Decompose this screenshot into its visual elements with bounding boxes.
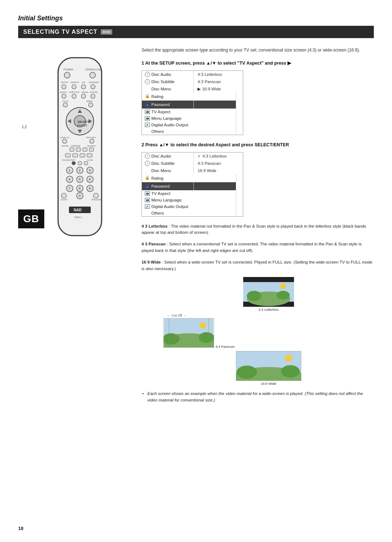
menu-item-disc-menu: Disc Menu <box>151 87 171 91</box>
svg-point-85 <box>247 291 261 301</box>
menu-item-disc-subtitle: Disc Subtitle <box>151 80 175 84</box>
svg-point-36 <box>90 139 94 143</box>
speaker-icon-1: 🔊 <box>145 123 150 127</box>
left-column: 1,2 POWER OPEN/CLOSE SETUP REPEAT A-B RA… <box>18 47 131 250</box>
svg-point-35 <box>62 139 67 143</box>
tv-icon-2: 📺 <box>145 116 150 121</box>
img-block-letterbox: 4:3 Letterbox <box>163 277 374 311</box>
img-label-wide: 16:9 Wide <box>261 382 277 386</box>
svg-point-9 <box>62 85 66 89</box>
svg-rect-44 <box>65 154 70 157</box>
menu-item-password: Password <box>151 102 170 107</box>
svg-text:ZOOM: ZOOM <box>62 145 68 147</box>
svg-text:A-B: A-B <box>82 81 85 83</box>
table-row: 🔊 Digital Audio Output <box>142 122 243 128</box>
svg-text:7: 7 <box>69 187 70 190</box>
svg-rect-45 <box>73 154 78 157</box>
letterbox-image <box>243 277 294 307</box>
menu-option-panscan-1: 4:3 Panscan <box>197 80 221 84</box>
svg-text:MENU: MENU <box>86 100 93 102</box>
svg-text:SETUP: SETUP <box>61 81 68 83</box>
header-bar: SELECTING TV ASPECT DVD <box>18 26 374 38</box>
svg-point-24 <box>89 103 93 107</box>
menu-table-2: ○ Disc Audio ✓ 4:3 Letterbox ○ Disc Subt… <box>142 152 243 217</box>
desc-panscan-label: 4 3 Panscan <box>142 242 166 246</box>
desc-wide: 16 9 Wide : Select when a wide-screen TV… <box>142 259 374 272</box>
desc-panscan: 4 3 Panscan : Select when a conventional… <box>142 241 374 254</box>
menu-item-disc-subtitle-2: Disc Subtitle <box>151 161 175 166</box>
svg-text:SEARCH: SEARCH <box>87 145 96 147</box>
tv-icon-3: 📺 <box>145 191 150 196</box>
header-title: SELECTING TV ASPECT <box>23 29 97 35</box>
page-container: Initial Settings SELECTING TV ASPECT DVD… <box>0 0 392 542</box>
svg-text:SOUND: SOUND <box>90 91 98 93</box>
svg-point-19 <box>81 94 86 98</box>
table-row-highlight: 🔒 Password <box>142 101 243 109</box>
cut-off-label: Cut Off <box>172 314 182 317</box>
svg-point-87 <box>280 283 286 289</box>
svg-text:ANGLE: ANGLE <box>81 91 89 93</box>
menu-item-menu-language-2: Menu Language <box>151 198 181 202</box>
lock-icon-2: 🔒 <box>145 102 150 107</box>
menu-item-disc-audio-2: Disc Audio <box>151 154 171 158</box>
svg-text:ENTER: ENTER <box>77 124 87 127</box>
svg-rect-51 <box>78 162 82 165</box>
desc-letterbox-text: : The video material not formatted in th… <box>142 224 366 235</box>
table-row: ○ Disc Audio ✓ 4:3 Letterbox <box>142 152 243 160</box>
img-block-wide: 16:9 Wide <box>163 351 374 386</box>
lock-icon-1: 🔒 <box>145 94 150 99</box>
svg-point-97 <box>237 366 257 379</box>
svg-text:SUBTITLE: SUBTITLE <box>69 91 79 93</box>
bullet-note-container: Each screen shows an example when the vi… <box>142 391 374 403</box>
lock-icon-3: 🔒 <box>145 175 150 181</box>
menu-option-letterbox-1: 4:3 Letterbox <box>197 72 222 77</box>
disc-subtitle-icon: ○ <box>145 79 150 84</box>
img-label-letterbox: 4:3 Letterbox <box>258 307 278 311</box>
wide-image <box>236 351 301 381</box>
table-row: 🔊 Digital Audio Output <box>142 203 243 210</box>
svg-point-11 <box>81 85 86 89</box>
tv-icon-4: 📺 <box>145 198 150 202</box>
disc-subtitle-icon-2: ○ <box>145 161 150 166</box>
svg-text:9: 9 <box>89 187 91 190</box>
svg-text:6: 6 <box>89 178 91 181</box>
svg-rect-41 <box>76 148 81 151</box>
svg-text:PAUSE/STEP: PAUSE/STEP <box>62 159 75 161</box>
table-row: Others <box>142 210 243 216</box>
table-row: Disc Menu 16:9 Wide <box>142 167 243 174</box>
svg-text:AUDIO: AUDIO <box>60 91 67 93</box>
svg-rect-43 <box>89 148 94 151</box>
menu-item-digital-audio-2: Digital Audio Output <box>151 204 188 209</box>
menu-option-letterbox-2: ✓ 4:3 Letterbox <box>197 154 226 158</box>
svg-text:5: 5 <box>79 178 81 181</box>
svg-text:PROGRAM: PROGRAM <box>91 199 102 201</box>
table-row: 📺 Menu Language <box>142 115 243 122</box>
step1-heading: 1 At the SETUP screen, press ▲/▼ to sele… <box>142 60 374 67</box>
svg-point-23 <box>63 103 68 107</box>
menu-item-tv-aspect: TV Aspect <box>151 110 170 114</box>
table-row: Disc Menu ▶ 16:9 Wide <box>142 85 243 93</box>
menu-item-rating-2: Rating <box>151 176 163 180</box>
svg-rect-42 <box>83 148 87 151</box>
lock-icon-4: 🔒 <box>145 183 150 189</box>
img-label-panscan: 4:3 Panscan <box>216 345 235 349</box>
desc-wide-label: 16 9 Wide <box>142 260 161 264</box>
svg-text:NAD: NAD <box>74 208 82 212</box>
svg-text:CLEAR: CLEAR <box>61 199 67 201</box>
svg-text:SELECT: SELECT <box>78 120 89 123</box>
intro-text: Select the appropriate screen type accor… <box>142 47 374 53</box>
svg-text:TITLE: TITLE <box>62 100 68 102</box>
svg-point-75 <box>93 193 98 198</box>
svg-rect-40 <box>70 148 74 151</box>
disc-menu-icon-2 <box>145 168 150 173</box>
table-row: ○ Disc Subtitle 4:3 Panscan <box>142 78 243 85</box>
menu-item-menu-language: Menu Language <box>151 116 181 121</box>
svg-point-17 <box>62 94 66 98</box>
table-row: 📺 TV Aspect <box>142 190 243 197</box>
arrow-right-cutoff: → <box>183 314 187 317</box>
menu-item-password-2: Password <box>151 184 170 188</box>
menu-item-disc-audio: Disc Audio <box>151 72 171 77</box>
svg-text:2: 2 <box>79 168 81 172</box>
svg-rect-52 <box>84 162 88 165</box>
svg-text:RANDOM: RANDOM <box>89 81 99 83</box>
